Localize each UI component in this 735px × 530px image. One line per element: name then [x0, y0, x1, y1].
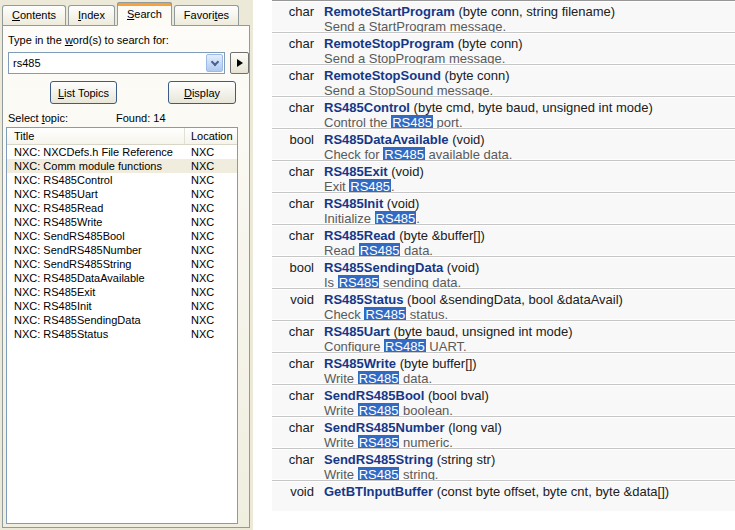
- function-name-link[interactable]: RemoteStartProgram: [324, 4, 455, 19]
- function-name-link[interactable]: SendRS485Bool: [324, 388, 424, 403]
- function-body: RS485DataAvailable (void)Check for RS485…: [324, 129, 735, 160]
- result-row[interactable]: NXC: RS485StatusNXC: [7, 327, 237, 341]
- function-description: Read RS485 data.: [324, 243, 735, 256]
- search-combobox[interactable]: [8, 52, 225, 74]
- result-location: NXC: [185, 187, 237, 201]
- result-row[interactable]: NXC: SendRS485NumberNXC: [7, 243, 237, 257]
- tab-contents[interactable]: Contents: [2, 5, 66, 26]
- result-row[interactable]: NXC: RS485ExitNXC: [7, 285, 237, 299]
- column-header-title[interactable]: Title: [7, 128, 185, 144]
- search-term-highlight: RS485: [364, 307, 406, 320]
- function-name-link[interactable]: SendRS485Number: [324, 420, 445, 435]
- function-description: Write RS485 string.: [324, 467, 735, 480]
- tab-strip: ContentsIndexSearchFavorites: [2, 2, 241, 26]
- function-body: RS485Status (bool &sendingData, bool &da…: [324, 289, 735, 320]
- function-name-link[interactable]: RemoteStopSound: [324, 68, 441, 83]
- function-row: charRS485Uart (byte baud, unsigned int m…: [272, 320, 735, 352]
- display-button[interactable]: Display: [168, 81, 236, 104]
- return-type: char: [272, 321, 324, 352]
- function-description: Write RS485 data.: [324, 371, 735, 384]
- function-description: Write RS485 numeric.: [324, 435, 735, 448]
- search-term-highlight: RS485: [358, 371, 400, 384]
- function-signature: SendRS485Number (long val): [324, 420, 735, 435]
- function-name-link[interactable]: GetBTInputBuffer: [324, 484, 433, 499]
- function-name-link[interactable]: RS485Status: [324, 292, 403, 307]
- function-name-link[interactable]: RS485SendingData: [324, 260, 443, 275]
- function-params: (byte conn): [454, 36, 523, 51]
- function-row: charSendRS485Bool (bool bval)Write RS485…: [272, 384, 735, 416]
- combo-dropdown-button[interactable]: [206, 54, 223, 72]
- search-term-highlight: RS485: [358, 467, 400, 480]
- select-topic-label: Select topic:: [8, 112, 68, 124]
- function-params: (long val): [445, 420, 502, 435]
- return-type: bool: [272, 257, 324, 288]
- function-description: Control the RS485 port.: [324, 115, 735, 128]
- search-term-highlight: RS485: [338, 275, 380, 288]
- search-term-highlight: RS485: [375, 211, 417, 224]
- search-term-highlight: RS485: [358, 435, 400, 448]
- function-name-link[interactable]: SendRS485String: [324, 452, 433, 467]
- function-name-link[interactable]: RS485Control: [324, 100, 410, 115]
- result-title: NXC: RS485Write: [7, 215, 185, 229]
- function-name-link[interactable]: RemoteStopProgram: [324, 36, 454, 51]
- search-term-highlight: RS485: [359, 243, 401, 256]
- result-location: NXC: [185, 313, 237, 327]
- function-name-link[interactable]: RS485Init: [324, 196, 383, 211]
- result-title: NXC: RS485DataAvailable: [7, 271, 185, 285]
- function-signature: RS485Init (void): [324, 196, 735, 211]
- function-params: (byte cmd, byte baud, unsigned int mode): [410, 100, 653, 115]
- result-row[interactable]: NXC: RS485DataAvailableNXC: [7, 271, 237, 285]
- result-row[interactable]: NXC: SendRS485StringNXC: [7, 257, 237, 271]
- search-input[interactable]: [9, 56, 206, 70]
- return-type: char: [272, 65, 324, 96]
- result-location: NXC: [185, 257, 237, 271]
- function-description: Exit RS485.: [324, 179, 735, 192]
- tab-index[interactable]: Index: [68, 5, 115, 26]
- function-name-link[interactable]: RS485Write: [324, 356, 396, 371]
- result-location: NXC: [185, 327, 237, 341]
- search-results-list[interactable]: Title Location NXC: NXCDefs.h File Refer…: [6, 127, 238, 524]
- function-row: charSendRS485Number (long val)Write RS48…: [272, 416, 735, 448]
- return-type: char: [272, 353, 324, 384]
- result-row[interactable]: NXC: RS485ReadNXC: [7, 201, 237, 215]
- navigation-pane: ContentsIndexSearchFavorites Type in the…: [0, 0, 253, 530]
- result-row[interactable]: NXC: NXCDefs.h File ReferenceNXC: [7, 145, 237, 159]
- return-type: char: [272, 225, 324, 256]
- function-name-link[interactable]: RS485Uart: [324, 324, 390, 339]
- return-type: char: [272, 417, 324, 448]
- result-row[interactable]: NXC: SendRS485BoolNXC: [7, 229, 237, 243]
- result-row[interactable]: NXC: Comm module functionsNXC: [7, 159, 237, 173]
- search-options-button[interactable]: [230, 52, 249, 74]
- triangle-right-icon: [237, 59, 243, 67]
- result-row[interactable]: NXC: RS485SendingDataNXC: [7, 313, 237, 327]
- return-type: char: [272, 193, 324, 224]
- result-row[interactable]: NXC: RS485UartNXC: [7, 187, 237, 201]
- function-row: charRS485Control (byte cmd, byte baud, u…: [272, 96, 735, 128]
- function-name-link[interactable]: RS485Exit: [324, 164, 388, 179]
- list-topics-button[interactable]: List Topics: [50, 81, 117, 104]
- tab-favorites[interactable]: Favorites: [174, 5, 239, 26]
- function-signature: RS485Control (byte cmd, byte baud, unsig…: [324, 100, 735, 115]
- result-location: NXC: [185, 271, 237, 285]
- function-row: charRemoteStartProgram (byte conn, strin…: [272, 0, 735, 32]
- function-name-link[interactable]: RS485Read: [324, 228, 396, 243]
- function-signature: RemoteStopSound (byte conn): [324, 68, 735, 83]
- column-header-location[interactable]: Location: [185, 128, 237, 144]
- function-description: Send a StopProgram message.: [324, 51, 735, 64]
- function-name-link[interactable]: RS485DataAvailable: [324, 132, 449, 147]
- function-description: Check for RS485 available data.: [324, 147, 735, 160]
- result-location: NXC: [185, 173, 237, 187]
- search-term-highlight: RS485: [358, 403, 400, 416]
- result-row[interactable]: NXC: RS485InitNXC: [7, 299, 237, 313]
- result-title: NXC: NXCDefs.h File Reference: [7, 145, 185, 159]
- function-params: (void): [443, 260, 479, 275]
- result-row[interactable]: NXC: RS485WriteNXC: [7, 215, 237, 229]
- function-body: RS485Read (byte &buffer[])Read RS485 dat…: [324, 225, 735, 256]
- search-term-highlight: RS485: [349, 179, 391, 192]
- result-row[interactable]: NXC: RS485ControlNXC: [7, 173, 237, 187]
- function-row: boolRS485DataAvailable (void)Check for R…: [272, 128, 735, 160]
- tab-search[interactable]: Search: [117, 2, 172, 26]
- result-location: NXC: [185, 145, 237, 159]
- function-row: charRS485Exit (void)Exit RS485.: [272, 160, 735, 192]
- result-title: NXC: RS485SendingData: [7, 313, 185, 327]
